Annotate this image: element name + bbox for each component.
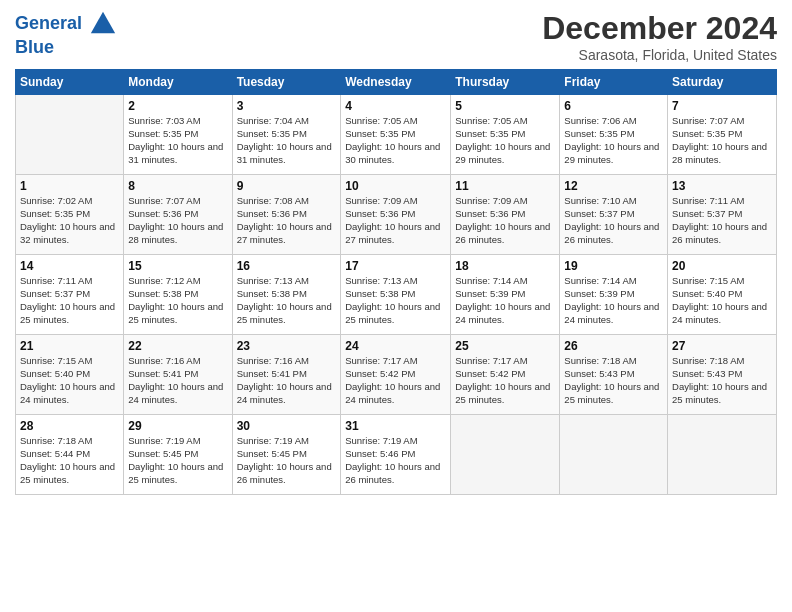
calendar-header-row: Sunday Monday Tuesday Wednesday Thursday… bbox=[16, 70, 777, 95]
table-row: 20Sunrise: 7:15 AMSunset: 5:40 PMDayligh… bbox=[668, 255, 777, 335]
day-number: 21 bbox=[20, 338, 119, 354]
daylight-text: Daylight: 10 hours and 30 minutes. bbox=[345, 141, 440, 165]
day-number: 28 bbox=[20, 418, 119, 434]
table-row: 30Sunrise: 7:19 AMSunset: 5:45 PMDayligh… bbox=[232, 415, 341, 495]
table-row: 18Sunrise: 7:14 AMSunset: 5:39 PMDayligh… bbox=[451, 255, 560, 335]
logo: General Blue bbox=[15, 10, 117, 58]
day-number: 25 bbox=[455, 338, 555, 354]
day-number: 26 bbox=[564, 338, 663, 354]
sunset-text: Sunset: 5:35 PM bbox=[345, 128, 415, 139]
table-row: 26Sunrise: 7:18 AMSunset: 5:43 PMDayligh… bbox=[560, 335, 668, 415]
table-row: 31Sunrise: 7:19 AMSunset: 5:46 PMDayligh… bbox=[341, 415, 451, 495]
daylight-text: Daylight: 10 hours and 27 minutes. bbox=[345, 221, 440, 245]
table-row: 4Sunrise: 7:05 AMSunset: 5:35 PMDaylight… bbox=[341, 95, 451, 175]
sunrise-text: Sunrise: 7:09 AM bbox=[455, 195, 527, 206]
sunrise-text: Sunrise: 7:16 AM bbox=[128, 355, 200, 366]
sunrise-text: Sunrise: 7:18 AM bbox=[20, 435, 92, 446]
day-number: 27 bbox=[672, 338, 772, 354]
daylight-text: Daylight: 10 hours and 26 minutes. bbox=[345, 461, 440, 485]
table-row: 17Sunrise: 7:13 AMSunset: 5:38 PMDayligh… bbox=[341, 255, 451, 335]
table-row bbox=[16, 95, 124, 175]
sunrise-text: Sunrise: 7:08 AM bbox=[237, 195, 309, 206]
calendar-table: Sunday Monday Tuesday Wednesday Thursday… bbox=[15, 69, 777, 495]
daylight-text: Daylight: 10 hours and 26 minutes. bbox=[455, 221, 550, 245]
table-row: 29Sunrise: 7:19 AMSunset: 5:45 PMDayligh… bbox=[124, 415, 232, 495]
sunrise-text: Sunrise: 7:14 AM bbox=[455, 275, 527, 286]
sunset-text: Sunset: 5:38 PM bbox=[345, 288, 415, 299]
table-row: 22Sunrise: 7:16 AMSunset: 5:41 PMDayligh… bbox=[124, 335, 232, 415]
day-number: 16 bbox=[237, 258, 337, 274]
day-number: 22 bbox=[128, 338, 227, 354]
daylight-text: Daylight: 10 hours and 32 minutes. bbox=[20, 221, 115, 245]
daylight-text: Daylight: 10 hours and 29 minutes. bbox=[564, 141, 659, 165]
sunset-text: Sunset: 5:41 PM bbox=[128, 368, 198, 379]
sunset-text: Sunset: 5:39 PM bbox=[455, 288, 525, 299]
daylight-text: Daylight: 10 hours and 27 minutes. bbox=[237, 221, 332, 245]
col-tuesday: Tuesday bbox=[232, 70, 341, 95]
daylight-text: Daylight: 10 hours and 24 minutes. bbox=[672, 301, 767, 325]
calendar-row: 14Sunrise: 7:11 AMSunset: 5:37 PMDayligh… bbox=[16, 255, 777, 335]
table-row: 8Sunrise: 7:07 AMSunset: 5:36 PMDaylight… bbox=[124, 175, 232, 255]
day-number: 31 bbox=[345, 418, 446, 434]
sunset-text: Sunset: 5:44 PM bbox=[20, 448, 90, 459]
sunrise-text: Sunrise: 7:07 AM bbox=[128, 195, 200, 206]
daylight-text: Daylight: 10 hours and 25 minutes. bbox=[564, 381, 659, 405]
table-row bbox=[668, 415, 777, 495]
table-row: 9Sunrise: 7:08 AMSunset: 5:36 PMDaylight… bbox=[232, 175, 341, 255]
day-number: 20 bbox=[672, 258, 772, 274]
sunset-text: Sunset: 5:39 PM bbox=[564, 288, 634, 299]
daylight-text: Daylight: 10 hours and 24 minutes. bbox=[345, 381, 440, 405]
table-row: 24Sunrise: 7:17 AMSunset: 5:42 PMDayligh… bbox=[341, 335, 451, 415]
daylight-text: Daylight: 10 hours and 26 minutes. bbox=[237, 461, 332, 485]
table-row bbox=[560, 415, 668, 495]
daylight-text: Daylight: 10 hours and 25 minutes. bbox=[672, 381, 767, 405]
calendar-row: 28Sunrise: 7:18 AMSunset: 5:44 PMDayligh… bbox=[16, 415, 777, 495]
calendar-row: 21Sunrise: 7:15 AMSunset: 5:40 PMDayligh… bbox=[16, 335, 777, 415]
day-number: 29 bbox=[128, 418, 227, 434]
sunset-text: Sunset: 5:38 PM bbox=[237, 288, 307, 299]
sunrise-text: Sunrise: 7:17 AM bbox=[455, 355, 527, 366]
sunset-text: Sunset: 5:43 PM bbox=[564, 368, 634, 379]
day-number: 10 bbox=[345, 178, 446, 194]
logo-icon bbox=[89, 10, 117, 38]
sunset-text: Sunset: 5:35 PM bbox=[237, 128, 307, 139]
sunset-text: Sunset: 5:35 PM bbox=[455, 128, 525, 139]
daylight-text: Daylight: 10 hours and 25 minutes. bbox=[20, 301, 115, 325]
table-row: 6Sunrise: 7:06 AMSunset: 5:35 PMDaylight… bbox=[560, 95, 668, 175]
day-number: 6 bbox=[564, 98, 663, 114]
sunset-text: Sunset: 5:42 PM bbox=[345, 368, 415, 379]
col-friday: Friday bbox=[560, 70, 668, 95]
daylight-text: Daylight: 10 hours and 28 minutes. bbox=[672, 141, 767, 165]
sunrise-text: Sunrise: 7:09 AM bbox=[345, 195, 417, 206]
daylight-text: Daylight: 10 hours and 25 minutes. bbox=[237, 301, 332, 325]
day-number: 23 bbox=[237, 338, 337, 354]
sunset-text: Sunset: 5:45 PM bbox=[128, 448, 198, 459]
sunrise-text: Sunrise: 7:15 AM bbox=[20, 355, 92, 366]
sunset-text: Sunset: 5:36 PM bbox=[237, 208, 307, 219]
day-number: 1 bbox=[20, 178, 119, 194]
day-number: 19 bbox=[564, 258, 663, 274]
day-number: 11 bbox=[455, 178, 555, 194]
header: General Blue December 2024 Sarasota, Flo… bbox=[15, 10, 777, 63]
daylight-text: Daylight: 10 hours and 31 minutes. bbox=[237, 141, 332, 165]
month-title: December 2024 bbox=[542, 10, 777, 47]
day-number: 5 bbox=[455, 98, 555, 114]
sunrise-text: Sunrise: 7:04 AM bbox=[237, 115, 309, 126]
table-row: 1Sunrise: 7:02 AMSunset: 5:35 PMDaylight… bbox=[16, 175, 124, 255]
sunrise-text: Sunrise: 7:18 AM bbox=[564, 355, 636, 366]
sunrise-text: Sunrise: 7:18 AM bbox=[672, 355, 744, 366]
daylight-text: Daylight: 10 hours and 24 minutes. bbox=[20, 381, 115, 405]
col-wednesday: Wednesday bbox=[341, 70, 451, 95]
sunrise-text: Sunrise: 7:12 AM bbox=[128, 275, 200, 286]
sunset-text: Sunset: 5:40 PM bbox=[20, 368, 90, 379]
sunset-text: Sunset: 5:40 PM bbox=[672, 288, 742, 299]
svg-marker-0 bbox=[91, 12, 115, 33]
table-row: 25Sunrise: 7:17 AMSunset: 5:42 PMDayligh… bbox=[451, 335, 560, 415]
table-row: 28Sunrise: 7:18 AMSunset: 5:44 PMDayligh… bbox=[16, 415, 124, 495]
table-row: 27Sunrise: 7:18 AMSunset: 5:43 PMDayligh… bbox=[668, 335, 777, 415]
logo-text: General bbox=[15, 10, 117, 38]
col-monday: Monday bbox=[124, 70, 232, 95]
day-number: 17 bbox=[345, 258, 446, 274]
table-row: 7Sunrise: 7:07 AMSunset: 5:35 PMDaylight… bbox=[668, 95, 777, 175]
title-block: December 2024 Sarasota, Florida, United … bbox=[542, 10, 777, 63]
